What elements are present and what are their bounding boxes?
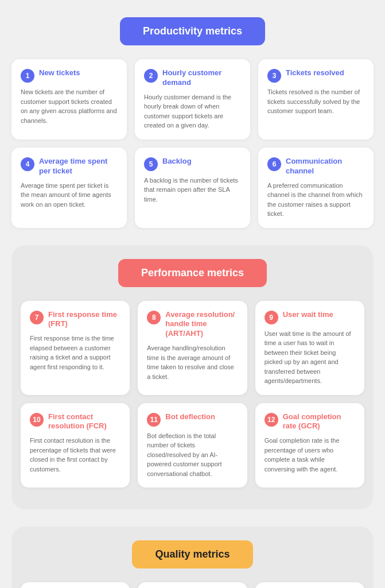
quality-row-0: 13Customer satisfaction score (CSAT)Cust… xyxy=(21,582,364,588)
card-quality-0-1: 14Net promoter score (NPS)Net Promoter S… xyxy=(138,582,247,588)
card-title-text: New tickets xyxy=(39,68,80,78)
card-title-text: First response time (FRT) xyxy=(48,310,120,330)
card-description: Hourly customer demand is the hourly bre… xyxy=(144,92,241,130)
card-description: Bot deflection is the total number of ti… xyxy=(147,431,238,479)
card-title-row: 11Bot deflection xyxy=(147,412,238,427)
card-title-text: Backlog xyxy=(162,157,192,167)
card-title-row: 1New tickets xyxy=(21,68,118,83)
card-description: New tickets are the number of customer s… xyxy=(21,87,118,125)
card-description: First contact resolution is the percenta… xyxy=(30,436,120,474)
quality-header: Quality metrics xyxy=(21,540,364,568)
section-productivity: Productivity metrics1New ticketsNew tick… xyxy=(11,17,374,228)
card-performance-1-2: 12Goal completion rate (GCR)Goal complet… xyxy=(255,403,364,488)
card-title-row: 6Communication channel xyxy=(267,157,364,176)
card-performance-0-2: 9User wait timeUser wait time is the amo… xyxy=(255,301,364,395)
productivity-badge: Productivity metrics xyxy=(120,17,265,45)
card-number-badge: 3 xyxy=(267,69,281,83)
card-number-badge: 11 xyxy=(147,413,161,427)
card-productivity-0-1: 2Hourly customer demandHourly customer d… xyxy=(135,59,250,140)
performance-header: Performance metrics xyxy=(21,259,364,287)
card-title-text: Average time spent per ticket xyxy=(39,157,118,176)
card-title-row: 10First contact resolution (FCR) xyxy=(30,412,120,432)
card-title-text: Bot deflection xyxy=(165,412,215,422)
card-number-badge: 10 xyxy=(30,413,44,427)
card-performance-1-0: 10First contact resolution (FCR)First co… xyxy=(21,403,130,488)
card-productivity-1-2: 6Communication channelA preferred commun… xyxy=(258,148,374,228)
productivity-header: Productivity metrics xyxy=(11,17,374,45)
section-quality: Quality metrics13Customer satisfaction s… xyxy=(11,527,374,588)
card-title-text: Goal completion rate (GCR) xyxy=(283,412,355,432)
card-performance-1-1: 11Bot deflectionBot deflection is the to… xyxy=(138,403,247,488)
card-number-badge: 6 xyxy=(267,157,281,171)
card-description: First response time is the time elapsed … xyxy=(30,334,120,372)
card-description: Average time spent per ticket is the mea… xyxy=(21,181,118,210)
card-number-badge: 5 xyxy=(144,157,158,171)
card-number-badge: 8 xyxy=(147,311,161,324)
card-number-badge: 4 xyxy=(21,157,34,171)
card-title-row: 2Hourly customer demand xyxy=(144,68,241,88)
card-title-row: 9User wait time xyxy=(265,310,355,324)
card-title-text: User wait time xyxy=(283,310,333,320)
card-title-text: Communication channel xyxy=(286,157,364,176)
card-title-row: 8Average resolution/ handle time (ART/AH… xyxy=(147,310,238,339)
card-performance-0-0: 7First response time (FRT)First response… xyxy=(21,301,130,395)
card-productivity-0-2: 3Tickets resolvedTickets resolved is the… xyxy=(258,59,374,140)
card-title-text: First contact resolution (FCR) xyxy=(48,412,120,432)
card-title-row: 5Backlog xyxy=(144,157,241,171)
card-productivity-0-0: 1New ticketsNew tickets are the number o… xyxy=(11,59,127,140)
card-description: User wait time is the amount of time a u… xyxy=(265,329,355,386)
card-title-row: 4Average time spent per ticket xyxy=(21,157,118,176)
card-number-badge: 7 xyxy=(30,311,44,324)
productivity-row-0: 1New ticketsNew tickets are the number o… xyxy=(11,59,374,140)
performance-row-0: 7First response time (FRT)First response… xyxy=(21,301,364,395)
card-number-badge: 9 xyxy=(265,311,278,324)
card-description: A preferred communication channel is the… xyxy=(267,181,364,219)
card-description: Tickets resolved is the number of ticket… xyxy=(267,87,364,116)
performance-row-1: 10First contact resolution (FCR)First co… xyxy=(21,403,364,488)
card-description: Goal completion rate is the percentage o… xyxy=(265,436,355,474)
card-quality-0-0: 13Customer satisfaction score (CSAT)Cust… xyxy=(21,582,130,588)
quality-badge: Quality metrics xyxy=(132,540,252,568)
card-productivity-1-0: 4Average time spent per ticketAverage ti… xyxy=(11,148,127,228)
card-title-row: 3Tickets resolved xyxy=(267,68,364,83)
card-title-row: 7First response time (FRT) xyxy=(30,310,120,330)
productivity-row-1: 4Average time spent per ticketAverage ti… xyxy=(11,148,374,228)
card-performance-0-1: 8Average resolution/ handle time (ART/AH… xyxy=(138,301,247,395)
card-title-row: 12Goal completion rate (GCR) xyxy=(265,412,355,432)
section-performance: Performance metrics7First response time … xyxy=(11,245,374,510)
card-title-text: Tickets resolved xyxy=(286,68,344,78)
card-title-text: Average resolution/ handle time (ART/AHT… xyxy=(165,310,238,339)
card-number-badge: 2 xyxy=(144,69,158,83)
card-number-badge: 1 xyxy=(21,69,34,83)
card-description: A backlog is the number of tickets that … xyxy=(144,176,241,204)
card-title-text: Hourly customer demand xyxy=(162,68,241,88)
card-description: Average handling/resolution time is the … xyxy=(147,343,238,381)
performance-badge: Performance metrics xyxy=(118,259,267,287)
card-productivity-1-1: 5BacklogA backlog is the number of ticke… xyxy=(135,148,250,228)
card-quality-0-2: 15Keywords used by usersKeywords used by… xyxy=(255,582,364,588)
card-number-badge: 12 xyxy=(265,413,278,427)
